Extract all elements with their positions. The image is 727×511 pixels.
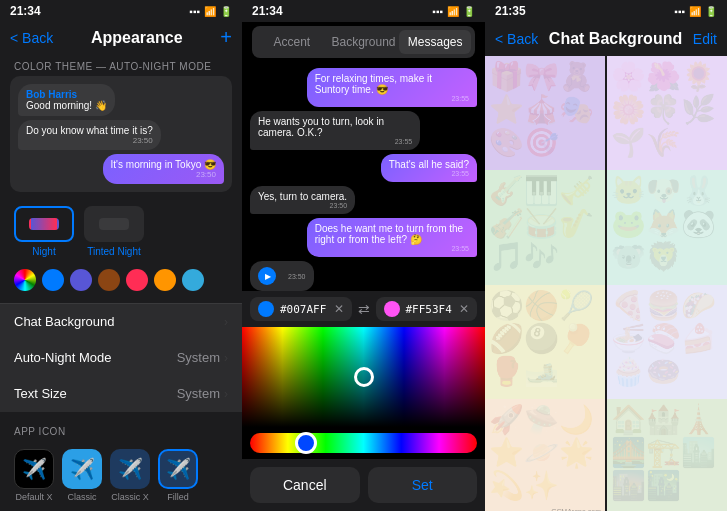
color-dot-brown[interactable] [98, 269, 120, 291]
theme-tinted[interactable]: Tinted Night [84, 206, 144, 257]
chat-out-3-time: 23:55 [315, 245, 469, 252]
incoming-msg-2: Do you know what time it is? 23:50 [18, 120, 161, 150]
app-icons: ✈️ Default X ✈️ Classic ✈️ Classic X ✈️ … [0, 441, 242, 510]
chat-out-1: For relaxing times, make it Suntory time… [307, 68, 477, 107]
msg-text-3: It's morning in Tokyo 😎 [111, 159, 216, 170]
tinted-inner [99, 218, 129, 230]
color-dot-purple[interactable] [70, 269, 92, 291]
tab-accent[interactable]: Accent [256, 30, 328, 54]
gradient-picker[interactable] [242, 327, 485, 427]
color-dot-red[interactable] [126, 269, 148, 291]
chat-out-2-time: 23:55 [389, 170, 469, 177]
app-icon-classic[interactable]: ✈️ Classic [62, 449, 102, 502]
chevron-icon-3: › [224, 387, 228, 401]
color-theme-header: COLOR THEME — AUTO-NIGHT MODE [0, 53, 242, 76]
chat-preview: Bob Harris Good morning! 👋 Do you know w… [10, 76, 232, 192]
msg-time-3: 23:50 [111, 170, 216, 179]
bg-doodle-6: 🍕🍔🌮🍜🍣🍰🧁🍩 [607, 285, 727, 405]
theme-night[interactable]: Night [14, 206, 74, 257]
color-dot-blue[interactable] [42, 269, 64, 291]
battery-icon-p2: 🔋 [463, 6, 475, 17]
app-icon-classic-box: ✈️ [62, 449, 102, 489]
color-dot-multi[interactable] [14, 269, 36, 291]
color-clear-1[interactable]: ✕ [334, 302, 344, 316]
chat-in-2-text: Yes, turn to camera. [258, 191, 347, 202]
battery-icon: 🔋 [220, 6, 232, 17]
app-icon-header: APP ICON [0, 418, 242, 441]
bg-tile-2[interactable]: 🌸🌺🌻🌼🍀🌿🌱🌾 [607, 56, 727, 176]
bg-tile-6[interactable]: 🍕🍔🌮🍜🍣🍰🧁🍩 [607, 285, 727, 405]
chat-in-1-time: 23:55 [258, 138, 412, 145]
bg-tile-8[interactable]: 🏠🏰🗼🌉🏗️🏙️🌆🌃 [607, 399, 727, 511]
color-swatch-2 [384, 301, 400, 317]
tab-background[interactable]: Background [328, 30, 400, 54]
menu-text-size[interactable]: Text Size System › [0, 376, 242, 412]
add-button-p1[interactable]: + [220, 26, 232, 49]
auto-night-right: System › [177, 350, 228, 365]
time-p1: 21:34 [10, 4, 41, 18]
bg-tile-5[interactable]: ⚽🏀🎾🏈🎱🏓🥊🎿 [485, 285, 605, 405]
wifi-icon-p3: 📶 [689, 6, 701, 17]
color-inputs: #007AFF ✕ ⇄ #FF53F4 ✕ [242, 291, 485, 327]
text-size-value: System [177, 386, 220, 401]
status-icons-p2: ▪▪▪ 📶 🔋 [432, 6, 475, 17]
swap-icon[interactable]: ⇄ [358, 301, 370, 317]
bg-tile-1[interactable]: 🎁🎀🧸⭐🎪🎭🎨🎯 [485, 56, 605, 176]
audio-bubble[interactable]: ▶ 23:50 [250, 261, 314, 291]
status-bar-p2: 21:34 ▪▪▪ 📶 🔋 [242, 0, 485, 22]
hue-thumb[interactable] [295, 432, 317, 454]
bg-doodle-1: 🎁🎀🧸⭐🎪🎭🎨🎯 [485, 56, 605, 176]
back-button-p3[interactable]: < Back [495, 31, 538, 47]
outgoing-msg-1: It's morning in Tokyo 😎 23:50 [103, 154, 224, 184]
chat-background-label: Chat Background [14, 314, 114, 329]
bg-doodle-4: 🐱🐶🐰🐸🦊🐼🐨🦁 [607, 170, 727, 290]
color-input-1[interactable]: #007AFF ✕ [250, 297, 352, 321]
theme-night-label: Night [32, 246, 55, 257]
app-icon-default[interactable]: ✈️ Default X [14, 449, 54, 502]
picker-cursor[interactable] [354, 367, 374, 387]
bg-tile-3[interactable]: 🎸🎹🎺🎻🥁🎷🎵🎶 [485, 170, 605, 290]
wifi-icon: 📶 [204, 6, 216, 17]
bg-tile-4[interactable]: 🐱🐶🐰🐸🦊🐼🐨🦁 [607, 170, 727, 290]
chat-area-p2: For relaxing times, make it Suntory time… [242, 62, 485, 291]
menu-auto-night[interactable]: Auto-Night Mode System › [0, 340, 242, 376]
cancel-button[interactable]: Cancel [250, 467, 360, 503]
app-icon-filled[interactable]: ✈️ Filled [158, 449, 198, 502]
set-button[interactable]: Set [368, 467, 478, 503]
play-button[interactable]: ▶ [258, 267, 276, 285]
background-grid: 🎁🎀🧸⭐🎪🎭🎨🎯 🌸🌺🌻🌼🍀🌿🌱🌾 🎸🎹🎺🎻🥁🎷🎵🎶 🐱🐶🐰🐸🦊🐼🐨🦁 ⚽🏀🎾🏈… [485, 56, 727, 511]
color-tabs: Accent Background Messages [252, 26, 475, 58]
color-clear-2[interactable]: ✕ [459, 302, 469, 316]
status-bar-p3: 21:35 ▪▪▪ 📶 🔋 [485, 0, 727, 22]
chat-in-2-time: 23:50 [258, 202, 347, 209]
chat-out-2-text: That's all he said? [389, 159, 469, 170]
edit-button-p3[interactable]: Edit [693, 31, 717, 47]
auto-night-label: Auto-Night Mode [14, 350, 112, 365]
tab-messages[interactable]: Messages [399, 30, 471, 54]
panel-chat-background: 21:35 ▪▪▪ 📶 🔋 < Back Chat Background Edi… [485, 0, 727, 511]
time-p3: 21:35 [495, 4, 526, 18]
theme-options: Night Tinted Night [0, 200, 242, 263]
chat-out-1-text: For relaxing times, make it Suntory time… [315, 73, 469, 95]
battery-icon-p3: 🔋 [705, 6, 717, 17]
app-icon-filled-label: Filled [167, 492, 189, 502]
signal-icon-p3: ▪▪▪ [674, 6, 685, 17]
hue-slider[interactable] [250, 433, 477, 453]
bg-doodle-8: 🏠🏰🗼🌉🏗️🏙️🌆🌃 [607, 399, 727, 511]
color-dot-cyan[interactable] [182, 269, 204, 291]
status-icons-p1: ▪▪▪ 📶 🔋 [189, 6, 232, 17]
chat-in-1-text: He wants you to turn, look in camera. O.… [258, 116, 412, 138]
page-title-p1: Appearance [91, 29, 183, 47]
bg-tile-7[interactable]: 🚀🛸🌙⭐🪐🌟💫✨ GSMArena.com [485, 399, 605, 511]
back-button-p1[interactable]: < Back [10, 30, 53, 46]
app-icon-classicx[interactable]: ✈️ Classic X [110, 449, 150, 502]
color-dot-orange[interactable] [154, 269, 176, 291]
menu-chat-background[interactable]: Chat Background › [0, 303, 242, 340]
chat-out-1-time: 23:55 [315, 95, 469, 102]
action-buttons: Cancel Set [242, 459, 485, 511]
bg-doodle-7: 🚀🛸🌙⭐🪐🌟💫✨ [485, 399, 605, 511]
color-hex-1: #007AFF [280, 303, 328, 316]
color-input-2[interactable]: #FF53F4 ✕ [376, 297, 478, 321]
app-icon-default-box: ✈️ [14, 449, 54, 489]
chat-in-1: He wants you to turn, look in camera. O.… [250, 111, 420, 150]
